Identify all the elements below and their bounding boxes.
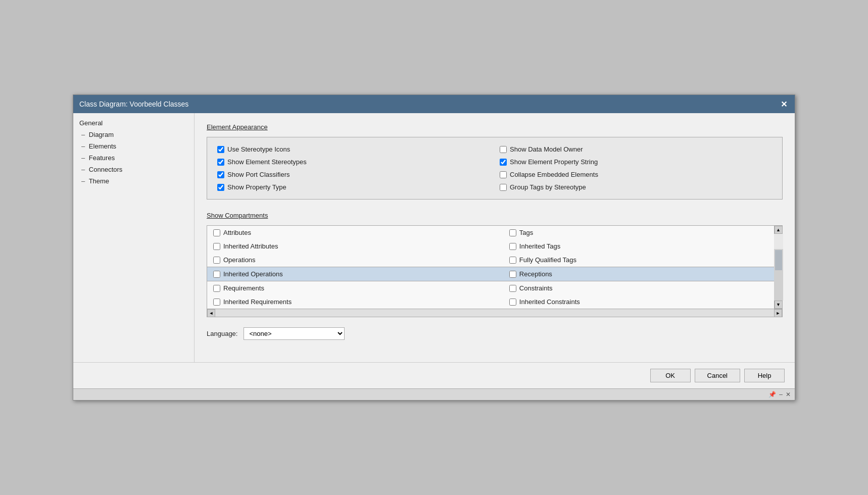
table-row: Inherited Operations Receptions [207,267,774,281]
tags-checkbox[interactable] [509,229,516,236]
inherited-requirements-label[interactable]: Inherited Requirements [223,298,292,306]
checkbox-inherited-tags: Inherited Tags [509,242,768,250]
inherited-requirements-checkbox[interactable] [213,299,220,306]
inherited-constraints-label[interactable]: Inherited Constraints [519,298,580,306]
checkbox-tags: Tags [509,229,768,236]
sidebar-item-theme[interactable]: Theme [73,175,194,187]
inherited-tags-checkbox[interactable] [509,243,516,250]
sidebar-item-connectors[interactable]: Connectors [73,164,194,175]
scroll-up-button[interactable]: ▲ [775,226,783,234]
element-appearance-title: Element Appearance [207,123,783,131]
ok-button[interactable]: OK [650,369,691,382]
appearance-checkbox-grid: Use Stereotype Icons Show Element Stereo… [217,145,772,191]
collapse-embedded-elements-checkbox[interactable] [500,171,507,178]
main-dialog: Class Diagram: Voorbeeld Classes ✕ Gener… [73,94,795,401]
dialog-body: General Diagram Elements Features Connec… [73,113,795,362]
operations-label[interactable]: Operations [223,256,256,264]
show-property-type-label[interactable]: Show Property Type [227,183,286,191]
fully-qualified-tags-label[interactable]: Fully Qualified Tags [519,256,576,264]
table-cell: Fully Qualified Tags [503,253,774,267]
show-element-property-string-label[interactable]: Show Element Property String [510,158,598,166]
inherited-constraints-checkbox[interactable] [509,299,516,306]
cancel-button[interactable]: Cancel [695,369,740,382]
operations-checkbox[interactable] [213,257,220,264]
title-bar: Class Diagram: Voorbeeld Classes ✕ [73,95,795,113]
checkbox-show-property-type: Show Property Type [217,183,490,191]
show-data-model-owner-checkbox[interactable] [500,146,507,153]
sidebar-item-general[interactable]: General [73,117,194,129]
sidebar-item-diagram[interactable]: Diagram [73,129,194,140]
constraints-label[interactable]: Constraints [519,284,553,292]
compartments-scroll-area: Attributes Tags [207,226,774,309]
checkbox-show-element-property-string: Show Element Property String [500,158,772,166]
inherited-attributes-label[interactable]: Inherited Attributes [223,242,278,250]
scroll-thumb[interactable] [775,250,782,270]
table-row: Inherited Requirements Inherited Constra… [207,295,774,309]
appearance-left-col: Use Stereotype Icons Show Element Stereo… [217,145,490,191]
inherited-tags-label[interactable]: Inherited Tags [519,242,560,250]
horizontal-scrollbar: ◄ ► [207,309,782,317]
table-cell: Inherited Operations [207,267,503,281]
help-button[interactable]: Help [744,369,785,382]
sidebar-item-features[interactable]: Features [73,152,194,164]
checkbox-show-element-stereotypes: Show Element Stereotypes [217,158,490,166]
show-port-classifiers-label[interactable]: Show Port Classifiers [227,171,290,178]
dialog-footer: OK Cancel Help [73,362,795,388]
bottom-close-icon[interactable]: ✕ [786,391,791,398]
sidebar-item-elements[interactable]: Elements [73,140,194,152]
language-select[interactable]: <none> [244,327,345,340]
inherited-attributes-checkbox[interactable] [213,243,220,250]
checkbox-collapse-embedded-elements: Collapse Embedded Elements [500,171,772,178]
bottom-icon-bar: 📌 – ✕ [73,388,795,400]
show-element-stereotypes-checkbox[interactable] [217,159,224,166]
checkbox-show-data-model-owner: Show Data Model Owner [500,145,772,153]
sidebar: General Diagram Elements Features Connec… [73,113,195,362]
receptions-label[interactable]: Receptions [519,270,552,278]
group-tags-by-stereotype-checkbox[interactable] [500,184,507,191]
inherited-operations-label[interactable]: Inherited Operations [223,270,283,278]
pin-icon[interactable]: 📌 [768,391,776,398]
scroll-left-button[interactable]: ◄ [207,309,215,317]
checkbox-requirements: Requirements [213,284,497,292]
language-label: Language: [207,330,237,337]
show-element-stereotypes-label[interactable]: Show Element Stereotypes [227,158,307,166]
vertical-scrollbar: ▲ ▼ [774,226,782,309]
use-stereotype-icons-label[interactable]: Use Stereotype Icons [227,145,290,153]
show-data-model-owner-label[interactable]: Show Data Model Owner [510,145,583,153]
show-port-classifiers-checkbox[interactable] [217,171,224,178]
table-cell: Requirements [207,281,503,295]
appearance-right-col: Show Data Model Owner Show Element Prope… [500,145,772,191]
main-content: Element Appearance Use Stereotype Icons … [195,113,795,362]
receptions-checkbox[interactable] [509,271,516,278]
collapse-embedded-elements-label[interactable]: Collapse Embedded Elements [510,171,598,178]
use-stereotype-icons-checkbox[interactable] [217,146,224,153]
checkbox-group-tags-by-stereotype: Group Tags by Stereotype [500,183,772,191]
table-cell: Receptions [503,267,774,281]
compartments-container: Attributes Tags [207,225,783,317]
show-property-type-checkbox[interactable] [217,184,224,191]
scroll-down-button[interactable]: ▼ [775,301,783,309]
requirements-label[interactable]: Requirements [223,284,264,292]
checkbox-show-port-classifiers: Show Port Classifiers [217,171,490,178]
show-element-property-string-checkbox[interactable] [500,159,507,166]
table-row: Requirements Constraints [207,281,774,295]
attributes-checkbox[interactable] [213,229,220,236]
tags-label[interactable]: Tags [519,229,533,236]
scroll-right-button[interactable]: ► [774,309,782,317]
table-cell: Inherited Tags [503,239,774,253]
requirements-checkbox[interactable] [213,285,220,292]
table-cell: Attributes [207,226,503,239]
show-compartments-section: Show Compartments [207,212,783,340]
constraints-checkbox[interactable] [509,285,516,292]
attributes-label[interactable]: Attributes [223,229,251,236]
fully-qualified-tags-checkbox[interactable] [509,257,516,264]
checkbox-inherited-attributes: Inherited Attributes [213,242,497,250]
table-row: Attributes Tags [207,226,774,239]
close-button[interactable]: ✕ [779,99,789,109]
checkbox-operations: Operations [213,256,497,264]
inherited-operations-checkbox[interactable] [213,271,220,278]
group-tags-by-stereotype-label[interactable]: Group Tags by Stereotype [510,183,586,191]
minimize-icon[interactable]: – [779,391,783,398]
table-cell: Tags [503,226,774,239]
element-appearance-section: Element Appearance Use Stereotype Icons … [207,123,783,200]
